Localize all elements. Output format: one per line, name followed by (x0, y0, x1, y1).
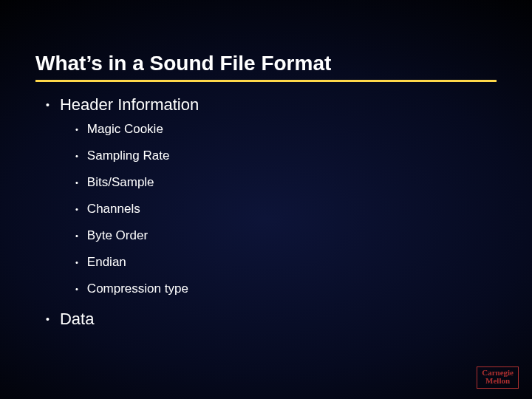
item-label: Bits/Sample (87, 175, 154, 190)
list-item: • Byte Order (75, 228, 497, 243)
item-label: Magic Cookie (87, 122, 163, 137)
bullet-icon: • (46, 100, 50, 110)
slide: What’s in a Sound File Format • Header I… (0, 0, 532, 399)
item-label: Channels (87, 202, 140, 216)
bullet-icon: • (75, 285, 78, 293)
carnegie-mellon-logo: Carnegie Mellon (477, 366, 519, 389)
bullet-level2: • Magic Cookie • Sampling Rate • Bits/Sa… (75, 122, 497, 296)
bullet-icon: • (75, 232, 78, 240)
list-item: • Magic Cookie (75, 122, 497, 137)
bullet-icon: • (75, 205, 78, 214)
list-item: • Channels (75, 202, 497, 216)
bullet-icon: • (75, 179, 78, 187)
logo-line2: Mellon (482, 377, 514, 386)
bullet-icon: • (46, 314, 50, 324)
list-item: • Endian (75, 255, 497, 270)
item-label: Compression type (87, 282, 188, 296)
item-label: Endian (87, 255, 126, 270)
item-label: Sampling Rate (87, 149, 170, 163)
bullet-level1: • Header Information (46, 95, 497, 115)
bullet-icon: • (75, 259, 78, 267)
list-item: • Data (46, 310, 497, 329)
bullet-level1: • Data (46, 310, 497, 329)
item-label: Header Information (60, 95, 199, 115)
bullet-icon: • (75, 126, 78, 134)
bullet-icon: • (75, 152, 78, 160)
slide-title: What’s in a Sound File Format (35, 52, 497, 82)
list-item: • Bits/Sample (75, 175, 497, 190)
item-label: Byte Order (87, 228, 148, 243)
list-item: • Compression type (75, 282, 497, 296)
item-label: Data (60, 310, 94, 329)
list-item: • Header Information (46, 95, 497, 115)
list-item: • Sampling Rate (75, 149, 497, 163)
